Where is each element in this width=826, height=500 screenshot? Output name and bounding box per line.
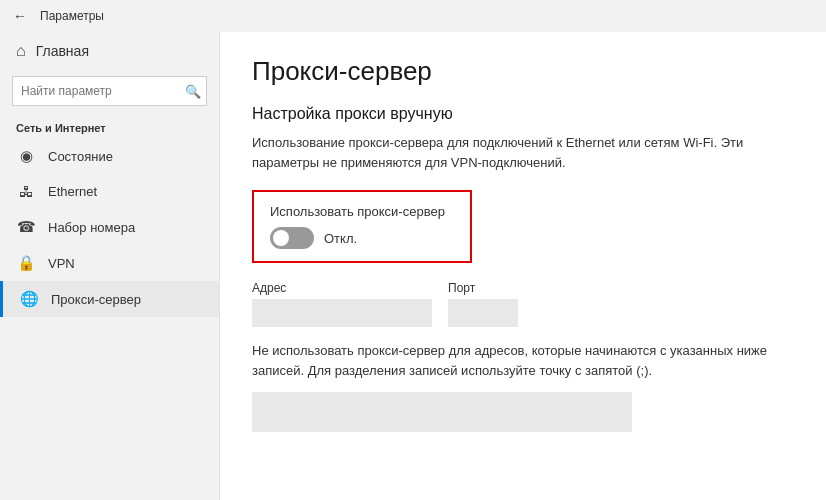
address-label: Адрес xyxy=(252,281,432,295)
main-layout: ⌂ Главная 🔍 Сеть и Интернет ◉ Состояние … xyxy=(0,32,826,500)
sidebar-item-status[interactable]: ◉ Состояние xyxy=(0,138,219,174)
sidebar-item-vpn-label: VPN xyxy=(48,256,75,271)
sidebar-item-proxy[interactable]: 🌐 Прокси-сервер xyxy=(0,281,219,317)
home-icon: ⌂ xyxy=(16,42,26,60)
content-area: Прокси-сервер Настройка прокси вручную И… xyxy=(220,32,826,500)
sidebar: ⌂ Главная 🔍 Сеть и Интернет ◉ Состояние … xyxy=(0,32,220,500)
port-label: Порт xyxy=(448,281,518,295)
proxy-description: Использование прокси-сервера для подключ… xyxy=(252,133,772,172)
port-group: Порт xyxy=(448,281,518,327)
sidebar-item-proxy-label: Прокси-сервер xyxy=(51,292,141,307)
dialup-icon: ☎ xyxy=(16,218,36,236)
address-port-row: Адрес Порт xyxy=(252,281,794,327)
search-icon: 🔍 xyxy=(179,84,207,99)
toggle-row: Откл. xyxy=(270,227,454,249)
sidebar-item-dialup-label: Набор номера xyxy=(48,220,135,235)
sidebar-item-ethernet-label: Ethernet xyxy=(48,184,97,199)
page-title: Прокси-сервер xyxy=(252,56,794,87)
address-group: Адрес xyxy=(252,281,432,327)
status-icon: ◉ xyxy=(16,147,36,165)
sidebar-item-dialup[interactable]: ☎ Набор номера xyxy=(0,209,219,245)
section-title: Настройка прокси вручную xyxy=(252,105,794,123)
no-proxy-description: Не использовать прокси-сервер для адресо… xyxy=(252,341,772,380)
back-button[interactable]: ← xyxy=(8,4,32,28)
sidebar-item-ethernet[interactable]: 🖧 Ethernet xyxy=(0,174,219,209)
sidebar-home-label: Главная xyxy=(36,43,89,59)
proxy-toggle-label: Использовать прокси-сервер xyxy=(270,204,454,219)
proxy-toggle-switch[interactable] xyxy=(270,227,314,249)
title-bar-text: Параметры xyxy=(40,9,104,23)
sidebar-home[interactable]: ⌂ Главная xyxy=(0,32,219,70)
vpn-icon: 🔒 xyxy=(16,254,36,272)
search-input[interactable] xyxy=(13,84,179,98)
port-input[interactable] xyxy=(448,299,518,327)
ethernet-icon: 🖧 xyxy=(16,183,36,200)
title-bar: ← Параметры xyxy=(0,0,826,32)
sidebar-item-status-label: Состояние xyxy=(48,149,113,164)
toggle-off-label: Откл. xyxy=(324,231,357,246)
exceptions-textarea[interactable] xyxy=(252,392,632,432)
proxy-icon: 🌐 xyxy=(19,290,39,308)
proxy-toggle-box: Использовать прокси-сервер Откл. xyxy=(252,190,472,263)
sidebar-section-title: Сеть и Интернет xyxy=(0,116,219,138)
sidebar-item-vpn[interactable]: 🔒 VPN xyxy=(0,245,219,281)
address-input[interactable] xyxy=(252,299,432,327)
sidebar-search-box[interactable]: 🔍 xyxy=(12,76,207,106)
